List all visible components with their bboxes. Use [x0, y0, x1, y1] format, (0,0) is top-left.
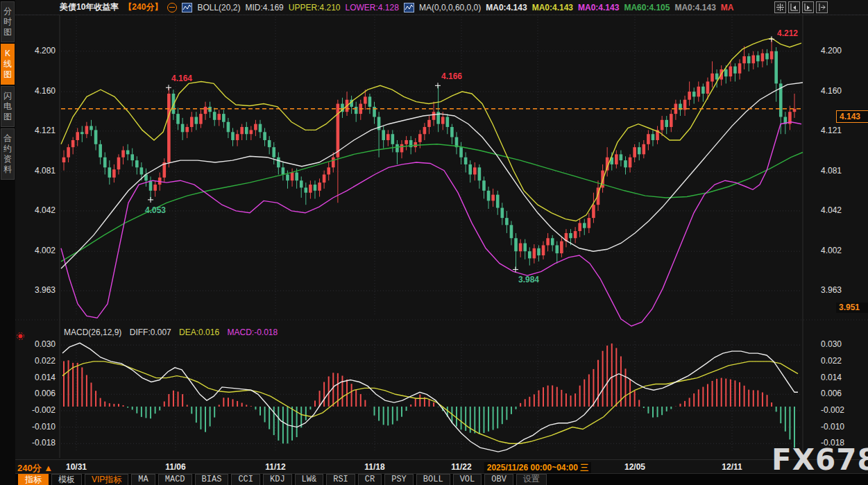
left-sidebar: 分时图K线图闪电图合约资料 [0, 0, 15, 485]
ma-value-3: MA0:4.143 [578, 3, 619, 12]
chart-toolbar [774, 1, 828, 13]
date-label: 12/11 [722, 462, 742, 472]
footer-button-RSI[interactable]: RSI [326, 474, 355, 485]
footer-button-MA[interactable]: MA [131, 474, 155, 485]
y-axis-label: 0.030 [821, 339, 842, 349]
ma-value-4: MA60:4.105 [624, 3, 670, 12]
indicator-header: 美债10年收益率 【240分】 BOLL(20,2) MID:4.169 UPP… [15, 0, 868, 15]
y-axis-label: 4.042 [15, 205, 56, 215]
footer-button-模板[interactable]: 模板 [51, 474, 82, 485]
y-axis-label: -0.010 [15, 422, 56, 432]
y-axis-label: 0.006 [821, 389, 842, 398]
date-label: 11/12 [265, 462, 285, 472]
footer-button-KDJ[interactable]: KDJ [263, 474, 292, 485]
y-axis-label: -0.018 [15, 438, 56, 448]
y-axis-label: 4.160 [15, 86, 56, 96]
y-axis-label: 0.022 [821, 356, 842, 366]
page-title: 美债10年收益率 [60, 1, 119, 13]
y-axis-label: 4.081 [15, 166, 56, 176]
sidebar-tab-1[interactable]: 分时图 [1, 1, 15, 42]
footer-button-PSY[interactable]: PSY [384, 474, 414, 485]
y-axis-label: -0.002 [821, 405, 844, 415]
boll-upper-value: UPPER:4.210 [289, 3, 341, 12]
sidebar-tab-3[interactable]: 闪电图 [1, 86, 15, 127]
swing-low-label: 3.984 [518, 275, 539, 284]
y-axis-label: 0.022 [15, 356, 56, 366]
next-range-icon[interactable] [802, 1, 814, 13]
period-badge[interactable]: 【240分】 [124, 1, 162, 13]
boll-label: BOLL(20,2) [197, 3, 240, 12]
ma-value-6: MA [721, 3, 734, 12]
ma-value-5: MA0:4.143 [674, 3, 715, 12]
date-label: 11/22 [451, 462, 471, 472]
trading-terminal: 分时图K线图闪电图合约资料 美债10年收益率 【240分】 BOLL(20,2)… [0, 0, 868, 485]
footer-button-MACD[interactable]: MACD [158, 474, 192, 485]
footer-button-CCI[interactable]: CCI [231, 474, 260, 485]
y-axis-label: 4.002 [15, 246, 56, 255]
y-axis-label: 3.963 [821, 285, 842, 295]
boll-lower-value: LOWER:4.128 [346, 3, 399, 12]
indicator-toolbar: 指标模板VIP指标MAMACDBIASCCIKDJLW&RSICRPSYBOLL… [0, 473, 868, 485]
y-axis-label: 4.200 [821, 46, 842, 56]
footer-button-BOLL[interactable]: BOLL [416, 474, 450, 485]
boll-indicator-icon[interactable] [182, 3, 192, 12]
y-axis-label: 4.200 [15, 46, 56, 56]
ma-values: MA0:4.143MA0:4.143MA0:4.143MA60:4.105MA0… [486, 3, 738, 12]
kline-chart-canvas[interactable] [0, 0, 868, 485]
sidebar-tab-4[interactable]: 合约资料 [1, 128, 15, 180]
macd-label: MACD(26,12,9) [64, 327, 121, 337]
y-axis-label: 0.006 [15, 389, 56, 398]
date-label: 12/05 [624, 462, 645, 472]
y-axis-label: 4.002 [821, 246, 842, 255]
y-axis-label: 4.160 [821, 86, 842, 96]
date-label: 11/06 [165, 462, 185, 472]
swing-high-label: 4.212 [777, 28, 798, 38]
footer-button-LW&[interactable]: LW& [295, 474, 324, 485]
move-chart-icon[interactable] [774, 1, 786, 13]
range-min-label: 3.951 [836, 303, 868, 313]
y-axis-label: 4.121 [15, 126, 56, 135]
alarm-dot-icon[interactable] [15, 330, 26, 342]
swing-high-label: 4.164 [171, 74, 192, 83]
y-axis-label: -0.018 [821, 438, 844, 448]
y-axis-label: 4.081 [821, 166, 842, 176]
footer-button-CR[interactable]: CR [358, 474, 382, 485]
date-axis: 240分 ▲ 10/3111/0611/1211/1811/222025/11/… [0, 459, 868, 474]
macd-diff-value: DIFF:0.007 [130, 327, 171, 337]
ma-value-2: MA0:4.143 [532, 3, 573, 12]
swing-low-label: 4.053 [145, 205, 166, 215]
y-axis-label: -0.010 [821, 422, 844, 432]
sidebar-tab-2[interactable]: K线图 [1, 44, 15, 85]
footer-button-设置[interactable]: 设置 [516, 474, 547, 485]
y-axis-label: 0.014 [821, 373, 842, 382]
collapse-icon[interactable] [167, 3, 177, 12]
macd-dea-value: DEA:0.016 [179, 327, 219, 337]
footer-button-OBV[interactable]: OBV [484, 474, 513, 485]
last-price-badge: 4.143 [836, 110, 868, 123]
footer-button-BIAS[interactable]: BIAS [195, 474, 229, 485]
prev-range-icon[interactable] [788, 1, 800, 13]
footer-button-指标[interactable]: 指标 [18, 474, 49, 485]
swing-high-label: 4.166 [441, 71, 462, 81]
footer-button-VIP指标[interactable]: VIP指标 [85, 474, 128, 485]
date-label-highlighted: 2025/11/26 00:00~04:00 三 [484, 462, 591, 474]
y-axis-label: -0.002 [15, 405, 56, 415]
date-label: 10/31 [66, 462, 87, 472]
expand-pane-icon[interactable] [816, 1, 828, 13]
y-axis-label: 4.121 [821, 126, 842, 135]
ma-value-1: MA0:4.143 [486, 3, 527, 12]
macd-header: MACD(26,12,9) DIFF:0.007 DEA:0.016 MACD:… [64, 327, 283, 337]
ma-label: MA(0,0,0,60,0,0) [419, 3, 481, 12]
y-axis-label: 3.963 [15, 285, 56, 295]
date-label: 11/18 [364, 462, 384, 472]
macd-macd-value: MACD:-0.018 [227, 327, 278, 337]
ma-indicator-icon[interactable] [404, 3, 414, 12]
y-axis-label: 4.042 [821, 205, 842, 215]
boll-mid-value: MID:4.169 [245, 3, 283, 12]
y-axis-label: 0.014 [15, 373, 56, 382]
footer-button-VOL[interactable]: VOL [453, 474, 482, 485]
